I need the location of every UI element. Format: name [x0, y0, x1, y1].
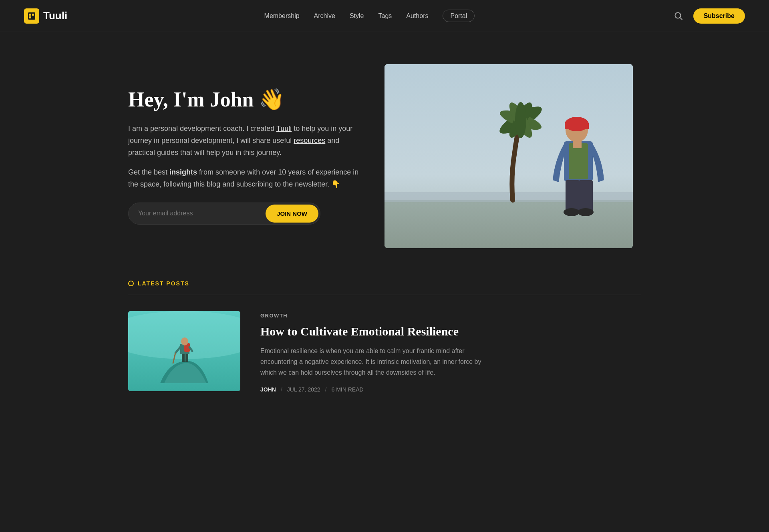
post-thumbnail-svg: [128, 311, 240, 391]
svg-point-23: [578, 208, 594, 216]
tuuli-link[interactable]: Tuuli: [276, 124, 292, 132]
nav-authors[interactable]: Authors: [406, 12, 428, 19]
nav-right: Subscribe: [672, 8, 745, 24]
nav-portal[interactable]: Portal: [443, 10, 475, 22]
nav-tags[interactable]: Tags: [378, 12, 392, 19]
post-read-time: 6 MIN READ: [331, 386, 363, 393]
svg-line-5: [680, 17, 682, 20]
subscribe-button[interactable]: Subscribe: [693, 8, 745, 24]
svg-rect-27: [185, 353, 188, 362]
hero-body-1: I am a personal development coach. I cre…: [128, 123, 360, 159]
svg-rect-18: [569, 143, 588, 179]
hero-body-2: Get the best insights from someone with …: [128, 167, 360, 190]
nav-membership[interactable]: Membership: [264, 12, 300, 19]
post-title[interactable]: How to Cultivate Emotional Resilience: [260, 323, 641, 339]
svg-point-22: [564, 208, 580, 216]
latest-posts-section: LATEST POSTS: [104, 280, 665, 441]
logo-link[interactable]: Tuuli: [24, 8, 67, 24]
nav-links: Membership Archive Style Tags Authors Po…: [264, 12, 475, 20]
svg-rect-0: [28, 12, 35, 20]
section-divider: [128, 295, 641, 295]
post-meta: JOHN / JUL 27, 2022 / 6 MIN READ: [260, 386, 641, 393]
post-content: GROWTH How to Cultivate Emotional Resili…: [260, 311, 641, 393]
post-sep-1: /: [281, 386, 282, 393]
insights-link[interactable]: insights: [169, 168, 197, 176]
search-icon: [674, 12, 683, 20]
email-form: JOIN NOW: [128, 203, 320, 225]
search-button[interactable]: [672, 9, 685, 23]
svg-rect-3: [29, 16, 31, 18]
logo-svg: [27, 12, 36, 20]
join-now-button[interactable]: JOIN NOW: [266, 205, 318, 223]
hero-image: [384, 64, 633, 248]
nav-style[interactable]: Style: [350, 12, 364, 19]
svg-rect-7: [384, 200, 633, 248]
navbar: Tuuli Membership Archive Style Tags Auth…: [0, 0, 769, 32]
section-dot-icon: [128, 281, 134, 286]
svg-point-13: [515, 102, 526, 138]
nav-archive[interactable]: Archive: [314, 12, 335, 19]
logo-icon: [24, 8, 39, 24]
hero-left: Hey, I'm John 👋 I am a personal developm…: [128, 88, 360, 224]
post-sep-2: /: [325, 386, 327, 393]
post-date: JUL 27, 2022: [287, 386, 320, 393]
svg-rect-1: [29, 14, 31, 16]
svg-rect-16: [565, 123, 589, 129]
hero-title: Hey, I'm John 👋: [128, 88, 360, 112]
svg-rect-8: [384, 192, 633, 202]
post-excerpt: Emotional resilience is when you are abl…: [260, 345, 493, 378]
svg-rect-2: [32, 14, 34, 16]
logo-text: Tuuli: [43, 10, 67, 22]
svg-rect-26: [182, 353, 185, 362]
resources-link[interactable]: resources: [294, 137, 325, 145]
post-card: GROWTH How to Cultivate Emotional Resili…: [128, 311, 641, 409]
hero-section: Hey, I'm John 👋 I am a personal developm…: [104, 32, 665, 280]
hero-right: [384, 64, 641, 248]
hero-image-svg: [384, 64, 633, 248]
svg-rect-20: [566, 180, 580, 212]
post-author: JOHN: [260, 386, 276, 393]
svg-rect-21: [579, 180, 593, 212]
post-tag: GROWTH: [260, 313, 641, 319]
email-input[interactable]: [129, 203, 264, 224]
post-thumbnail[interactable]: [128, 311, 240, 391]
section-header: LATEST POSTS: [128, 280, 641, 287]
section-title: LATEST POSTS: [138, 280, 189, 287]
svg-rect-19: [573, 140, 582, 148]
svg-point-30: [181, 337, 188, 345]
